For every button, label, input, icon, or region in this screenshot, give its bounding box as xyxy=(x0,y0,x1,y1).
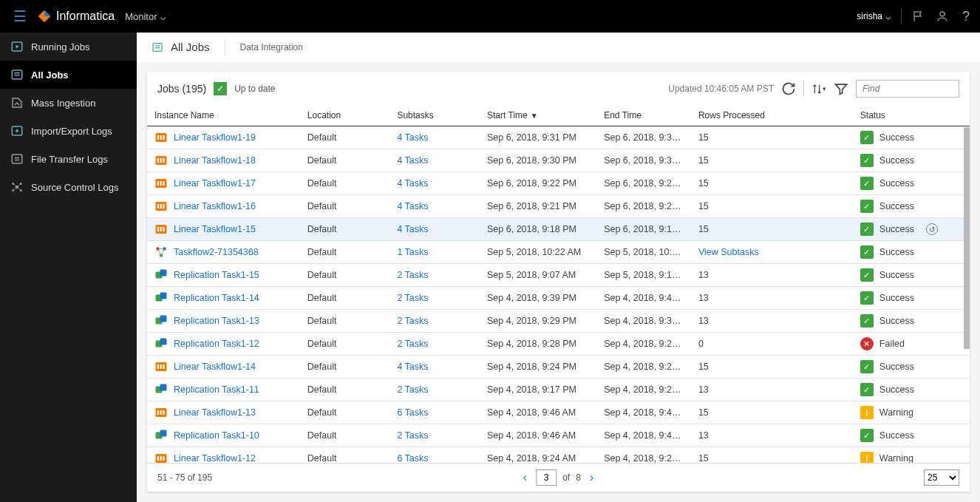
subtasks-link[interactable]: 1 Tasks xyxy=(397,247,428,257)
next-page[interactable]: › xyxy=(587,471,596,484)
subtasks-link[interactable]: 2 Tasks xyxy=(397,430,428,441)
instance-link[interactable]: Linear Taskflow1-14 xyxy=(154,360,293,373)
user-menu[interactable]: sirisha ⌵ xyxy=(857,11,891,21)
end-cell: Sep 4, 2018, 9:32 PM xyxy=(596,310,691,333)
sidebar-item-alljobs[interactable]: All Jobs xyxy=(0,61,137,89)
user-icon[interactable] xyxy=(936,10,949,23)
instance-link[interactable]: Taskflow2-71354368 xyxy=(154,245,293,259)
instance-link[interactable]: Replication Task1-15 xyxy=(154,268,293,282)
subtasks-link[interactable]: 2 Tasks xyxy=(397,339,428,349)
table-row[interactable]: Taskflow2-71354368Default1 TasksSep 5, 2… xyxy=(147,241,970,264)
subtasks-link[interactable]: 4 Tasks xyxy=(397,224,428,234)
refresh-icon[interactable] xyxy=(781,81,796,96)
end-cell: Sep 5, 2018, 10:23 ... xyxy=(596,241,691,264)
subtasks-link[interactable]: 2 Tasks xyxy=(397,384,428,395)
instance-link[interactable]: Replication Task1-14 xyxy=(154,291,293,305)
svg-point-2 xyxy=(940,12,945,16)
table-row[interactable]: Replication Task1-15Default2 TasksSep 5,… xyxy=(147,264,970,287)
subtasks-link[interactable]: 6 Tasks xyxy=(397,453,428,463)
instance-link[interactable]: Linear Taskflow1-16 xyxy=(154,200,293,213)
col-subtasks[interactable]: Subtasks xyxy=(389,105,480,126)
chevron-down-icon: ⌵ xyxy=(885,11,891,21)
instance-link[interactable]: Replication Task1-11 xyxy=(154,383,293,396)
svg-rect-48 xyxy=(160,339,167,345)
subtasks-link[interactable]: 4 Tasks xyxy=(397,155,428,166)
col-location[interactable]: Location xyxy=(300,105,390,126)
restart-icon[interactable]: ↺ xyxy=(926,223,938,235)
status-cell: !Warning xyxy=(860,406,962,419)
instance-link[interactable]: Replication Task1-10 xyxy=(154,429,293,442)
app-switcher[interactable]: Monitor ⌵ xyxy=(125,11,166,22)
table-row[interactable]: Linear Taskflow1-12Default6 TasksSep 4, … xyxy=(147,447,970,464)
sort-icon[interactable]: ▾ xyxy=(811,81,826,96)
svg-rect-56 xyxy=(157,410,159,415)
rows-cell: 15 xyxy=(691,126,853,149)
svg-marker-4 xyxy=(16,45,20,49)
instance-link[interactable]: Replication Task1-12 xyxy=(154,337,293,350)
sidebar-item-running[interactable]: Running Jobs xyxy=(0,33,137,61)
col-start[interactable]: Start Time▼ xyxy=(480,105,596,126)
rows-cell: 13 xyxy=(691,287,853,310)
instance-link[interactable]: Replication Task1-13 xyxy=(154,314,293,328)
sidebar-item-mass[interactable]: Mass Ingestion xyxy=(0,89,137,117)
subtasks-link[interactable]: 2 Tasks xyxy=(397,293,428,303)
table-row[interactable]: Linear Taskflow1-13Default6 TasksSep 4, … xyxy=(147,401,970,424)
svg-rect-19 xyxy=(157,135,159,140)
start-cell: Sep 4, 2018, 9:39 PM xyxy=(480,287,596,310)
hamburger-icon[interactable]: ☰ xyxy=(7,7,33,25)
svg-rect-57 xyxy=(160,410,162,415)
col-rows[interactable]: Rows Processed xyxy=(691,105,853,126)
instance-link[interactable]: Linear Taskflow1-13 xyxy=(154,406,293,419)
svg-rect-33 xyxy=(163,204,164,208)
table-row[interactable]: Linear Taskflow1-17Default4 TasksSep 6, … xyxy=(147,172,970,195)
instance-link[interactable]: Linear Taskflow1-12 xyxy=(154,452,293,463)
instance-link[interactable]: Linear Taskflow1-19 xyxy=(154,131,293,144)
prev-page[interactable]: ‹ xyxy=(520,471,530,484)
subtasks-link[interactable]: 2 Tasks xyxy=(397,270,428,280)
subtasks-link[interactable]: 4 Tasks xyxy=(397,362,428,372)
help-icon[interactable]: ? xyxy=(959,10,973,23)
table-row[interactable]: Replication Task1-14Default2 TasksSep 4,… xyxy=(147,287,970,310)
col-end[interactable]: End Time xyxy=(596,105,691,126)
table-row[interactable]: Replication Task1-11Default2 TasksSep 4,… xyxy=(147,379,970,401)
table-row[interactable]: Replication Task1-10Default2 TasksSep 4,… xyxy=(147,424,970,447)
status-cell: !Warning xyxy=(860,452,962,463)
logo-icon xyxy=(37,9,52,24)
status-cell: ✓Success xyxy=(860,200,962,213)
col-status[interactable]: Status xyxy=(853,105,970,126)
svg-marker-1 xyxy=(44,10,50,16)
page-size-select[interactable]: 25 xyxy=(924,469,959,486)
instance-link[interactable]: Linear Taskflow1-18 xyxy=(154,154,293,167)
find-input[interactable] xyxy=(856,80,959,98)
sidebar-item-source[interactable]: Source Control Logs xyxy=(0,173,137,201)
sidebar-item-importexport[interactable]: Import/Export Logs xyxy=(0,117,137,145)
start-cell: Sep 6, 2018, 9:31 PM xyxy=(480,126,596,149)
page-input[interactable] xyxy=(536,469,557,486)
sidebar-item-filetransfer[interactable]: File Transfer Logs xyxy=(0,145,137,173)
table-row[interactable]: Linear Taskflow1-19Default4 TasksSep 6, … xyxy=(147,126,970,149)
subtasks-link[interactable]: 2 Tasks xyxy=(397,316,428,326)
svg-rect-36 xyxy=(160,227,162,231)
col-instance[interactable]: Instance Name xyxy=(147,105,300,126)
table-row[interactable]: Linear Taskflow1-16Default4 TasksSep 6, … xyxy=(147,195,970,218)
subtasks-link[interactable]: 6 Tasks xyxy=(397,407,428,418)
table-row[interactable]: Linear Taskflow1-18Default4 TasksSep 6, … xyxy=(147,149,970,172)
instance-link[interactable]: Linear Taskflow1-15 xyxy=(154,223,293,236)
status-cell: ✓Success xyxy=(860,177,962,190)
sort-desc-icon: ▼ xyxy=(531,112,538,120)
subtasks-link[interactable]: 4 Tasks xyxy=(397,132,428,143)
view-subtasks-link[interactable]: View Subtasks xyxy=(698,247,759,257)
table-row[interactable]: Replication Task1-12Default2 TasksSep 4,… xyxy=(147,333,970,356)
table-row[interactable]: Linear Taskflow1-14Default4 TasksSep 4, … xyxy=(147,356,970,379)
subtasks-link[interactable]: 4 Tasks xyxy=(397,178,428,189)
location-cell: Default xyxy=(300,310,390,333)
scrollbar[interactable] xyxy=(964,105,970,463)
sidebar-item-label: File Transfer Logs xyxy=(31,154,108,165)
subtasks-link[interactable]: 4 Tasks xyxy=(397,201,428,211)
instance-link[interactable]: Linear Taskflow1-17 xyxy=(154,177,293,190)
flag-icon[interactable] xyxy=(912,10,925,23)
table-row[interactable]: Linear Taskflow1-15Default4 TasksSep 6, … xyxy=(147,218,970,241)
toolbar: Jobs (195) ✓ Up to date Updated 10:46:05… xyxy=(147,72,970,105)
table-row[interactable]: Replication Task1-13Default2 TasksSep 4,… xyxy=(147,310,970,333)
filter-icon[interactable] xyxy=(834,81,848,96)
